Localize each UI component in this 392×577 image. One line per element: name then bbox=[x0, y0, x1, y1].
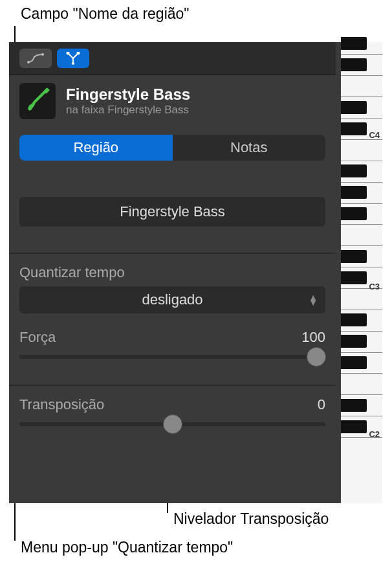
svg-point-1 bbox=[41, 53, 44, 56]
svg-point-0 bbox=[27, 61, 30, 63]
key-divider bbox=[341, 310, 382, 310]
black-key[interactable] bbox=[341, 101, 367, 114]
key-label-c2: C2 bbox=[369, 429, 380, 439]
callout-region-name: Campo "Nome da região" bbox=[21, 5, 190, 23]
key-divider bbox=[341, 203, 382, 204]
piano-ruler[interactable]: C4 C3 C2 bbox=[336, 42, 382, 503]
svg-point-4 bbox=[72, 62, 74, 65]
tab-notes[interactable]: Notas bbox=[173, 135, 326, 161]
midi-tool-button[interactable] bbox=[57, 49, 89, 68]
key-divider bbox=[341, 267, 382, 267]
black-key[interactable] bbox=[341, 250, 367, 263]
black-key[interactable] bbox=[341, 58, 367, 71]
key-divider bbox=[341, 96, 382, 97]
black-key[interactable] bbox=[341, 37, 367, 50]
black-key[interactable] bbox=[341, 313, 367, 326]
strength-row: Força 100 bbox=[19, 329, 325, 346]
callout-quantize-menu: Menu pop-up "Quantizar tempo" bbox=[21, 539, 233, 556]
region-header: Fingerstyle Bass na faixa Fingerstyle Ba… bbox=[9, 75, 336, 130]
callout-transpose-slider: Nivelador Transposição bbox=[173, 510, 329, 528]
key-divider bbox=[341, 331, 382, 332]
key-label-c4: C4 bbox=[369, 130, 380, 140]
black-key[interactable] bbox=[341, 207, 367, 220]
instrument-icon bbox=[19, 83, 56, 119]
key-divider bbox=[341, 118, 382, 119]
inspector-panel: Fingerstyle Bass na faixa Fingerstyle Ba… bbox=[9, 42, 382, 503]
scissors-funnel-icon bbox=[65, 52, 81, 65]
black-key[interactable] bbox=[341, 399, 367, 412]
quantize-label: Quantizar tempo bbox=[19, 264, 325, 281]
tab-region[interactable]: Região bbox=[19, 135, 173, 161]
region-subtitle: na faixa Fingerstyle Bass bbox=[66, 104, 190, 117]
bass-guitar-icon bbox=[23, 87, 52, 115]
key-divider bbox=[341, 416, 382, 416]
curve-icon bbox=[27, 53, 44, 63]
transpose-group: Transposição 0 bbox=[9, 386, 336, 436]
key-divider bbox=[341, 245, 382, 246]
black-key[interactable] bbox=[341, 186, 367, 199]
transpose-value: 0 bbox=[318, 396, 325, 413]
main-column: Fingerstyle Bass na faixa Fingerstyle Ba… bbox=[9, 42, 336, 503]
key-label-c3: C3 bbox=[369, 282, 380, 291]
key-divider bbox=[341, 224, 382, 225]
quantize-select[interactable]: desligado ▲▼ bbox=[19, 286, 325, 313]
black-key[interactable] bbox=[341, 122, 367, 135]
black-key[interactable] bbox=[341, 271, 367, 284]
region-notes-tabs: Região Notas bbox=[19, 135, 325, 161]
key-divider bbox=[341, 54, 382, 55]
key-divider bbox=[341, 373, 382, 374]
key-divider bbox=[341, 182, 382, 183]
strength-slider-thumb[interactable] bbox=[307, 347, 326, 367]
header-text: Fingerstyle Bass na faixa Fingerstyle Ba… bbox=[66, 85, 190, 117]
key-divider bbox=[341, 161, 382, 161]
black-key[interactable] bbox=[341, 420, 367, 433]
key-divider bbox=[341, 75, 382, 76]
black-key[interactable] bbox=[341, 335, 367, 348]
automation-curve-button[interactable] bbox=[19, 49, 52, 68]
region-name-section: Fingerstyle Bass bbox=[9, 161, 336, 237]
transpose-label: Transposição bbox=[19, 396, 104, 413]
transpose-row: Transposição 0 bbox=[19, 396, 325, 413]
strength-value: 100 bbox=[301, 329, 325, 346]
strength-label: Força bbox=[19, 329, 56, 346]
toolbar bbox=[9, 42, 336, 75]
transpose-slider-thumb[interactable] bbox=[163, 414, 182, 434]
key-divider bbox=[341, 394, 382, 395]
black-key[interactable] bbox=[341, 356, 367, 369]
region-title: Fingerstyle Bass bbox=[66, 85, 190, 104]
region-name-input[interactable]: Fingerstyle Bass bbox=[19, 197, 325, 227]
quantize-group: Quantizar tempo desligado ▲▼ Força 100 bbox=[9, 254, 336, 369]
black-key[interactable] bbox=[341, 164, 367, 177]
strength-slider[interactable] bbox=[19, 355, 325, 359]
quantize-value: desligado bbox=[142, 291, 202, 308]
key-divider bbox=[341, 352, 382, 353]
chevron-updown-icon: ▲▼ bbox=[309, 295, 318, 305]
transpose-slider[interactable] bbox=[19, 422, 325, 426]
